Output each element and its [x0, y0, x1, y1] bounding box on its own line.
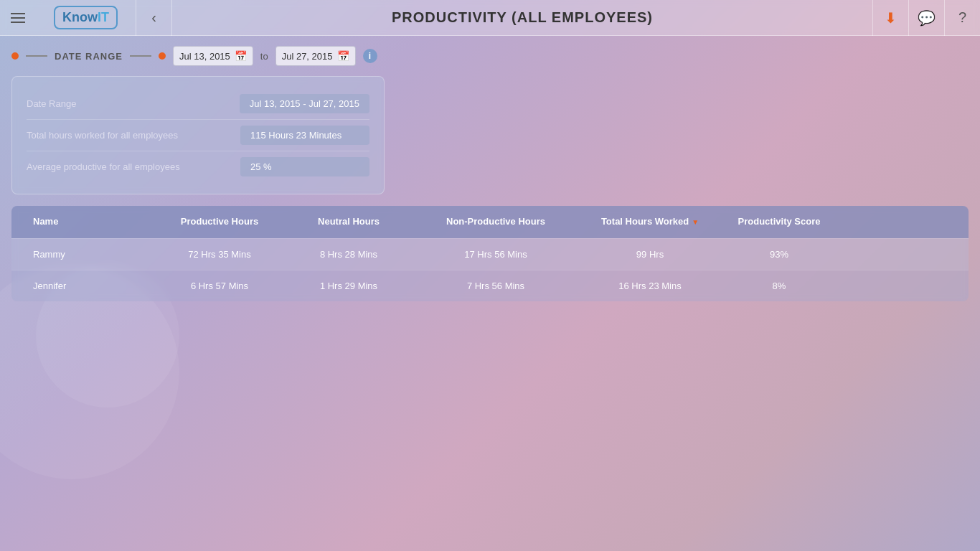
logo-area: KnowIT: [36, 0, 136, 36]
info-button[interactable]: i: [363, 49, 377, 63]
th-productive-hours: Productive Hours: [155, 206, 284, 238]
td-productive-hours-1: 6 Hrs 57 Mins: [155, 270, 284, 301]
hamburger-icon: [11, 13, 25, 23]
nav-actions: ⬇ 💬 ?: [872, 0, 980, 36]
date-range-line: [26, 55, 47, 57]
summary-row-avg-productive: Average productive for all employees 25 …: [27, 151, 369, 182]
th-non-productive-hours: Non-Productive Hours: [413, 206, 578, 238]
th-name: Name: [11, 206, 155, 238]
summary-value-total-hours: 115 Hours 23 Minutes: [240, 126, 369, 145]
th-productivity-score: Productivity Score: [722, 206, 837, 238]
logo: KnowIT: [54, 6, 118, 29]
data-table: Name Productive Hours Neutral Hours Non-…: [11, 206, 969, 301]
summary-label-total-hours: Total hours worked for all employees: [27, 130, 229, 141]
summary-card: Date Range Jul 13, 2015 - Jul 27, 2015 T…: [11, 76, 385, 194]
from-date-value: Jul 13, 2015: [179, 51, 230, 62]
help-button[interactable]: ?: [944, 0, 980, 36]
download-button[interactable]: ⬇: [872, 0, 908, 36]
to-date-value: Jul 27, 2015: [282, 51, 333, 62]
date-range-line-2: [130, 55, 151, 57]
to-date-input[interactable]: Jul 27, 2015 📅: [275, 46, 356, 66]
summary-value-date-range: Jul 13, 2015 - Jul 27, 2015: [240, 94, 369, 113]
back-button[interactable]: ‹: [136, 0, 172, 36]
summary-row-date-range: Date Range Jul 13, 2015 - Jul 27, 2015: [27, 88, 369, 119]
td-total-hours-1: 16 Hrs 23 Mins: [578, 270, 722, 301]
date-range-bar: DATE RANGE Jul 13, 2015 📅 to Jul 27, 201…: [0, 36, 980, 76]
td-productive-hours-0: 72 Hrs 35 Mins: [155, 239, 284, 270]
td-non-productive-hours-0: 17 Hrs 56 Mins: [413, 239, 578, 270]
td-neutral-hours-1: 1 Hrs 29 Mins: [284, 270, 413, 301]
calendar-from-icon: 📅: [235, 50, 247, 62]
summary-label-date-range: Date Range: [27, 98, 228, 109]
td-neutral-hours-0: 8 Hrs 28 Mins: [284, 239, 413, 270]
td-productivity-score-1: 8%: [722, 270, 837, 301]
summary-value-avg-productive: 25 %: [240, 157, 369, 176]
td-name-0: Rammy: [11, 239, 155, 270]
td-name-1: Jennifer: [11, 270, 155, 301]
table-row: Jennifer 6 Hrs 57 Mins 1 Hrs 29 Mins 7 H…: [11, 270, 969, 301]
calendar-to-icon: 📅: [337, 50, 349, 62]
table-row: Rammy 72 Hrs 35 Mins 8 Hrs 28 Mins 17 Hr…: [11, 238, 969, 270]
td-total-hours-0: 99 Hrs: [578, 239, 722, 270]
menu-button[interactable]: [0, 0, 36, 36]
date-range-label: DATE RANGE: [55, 51, 123, 62]
date-range-dot-end: [159, 52, 166, 60]
th-total-hours-worked[interactable]: Total Hours Worked ▼: [578, 206, 722, 238]
summary-label-avg-productive: Average productive for all employees: [27, 161, 229, 172]
td-non-productive-hours-1: 7 Hrs 56 Mins: [413, 270, 578, 301]
date-range-dot-start: [11, 52, 19, 60]
chat-button[interactable]: 💬: [908, 0, 944, 36]
logo-know: Know: [62, 10, 98, 24]
td-productivity-score-0: 93%: [722, 239, 837, 270]
page-title: PRODUCTIVITY (ALL EMPLOYEES): [172, 9, 872, 26]
table-header: Name Productive Hours Neutral Hours Non-…: [11, 206, 969, 238]
sort-arrow-icon: ▼: [692, 217, 699, 227]
from-date-input[interactable]: Jul 13, 2015 📅: [173, 46, 253, 66]
top-navigation: KnowIT ‹ PRODUCTIVITY (ALL EMPLOYEES) ⬇ …: [0, 0, 980, 36]
logo-it: IT: [98, 10, 109, 24]
to-label: to: [260, 51, 268, 62]
summary-row-total-hours: Total hours worked for all employees 115…: [27, 119, 369, 151]
th-neutral-hours: Neutral Hours: [284, 206, 413, 238]
